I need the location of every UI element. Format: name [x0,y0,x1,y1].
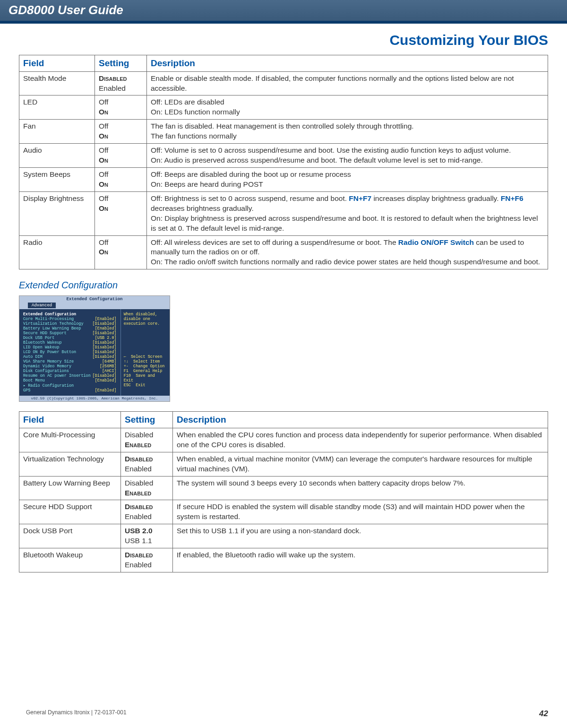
table-row: Virtualization TechnologyDisabledEnabled… [19,452,548,476]
setting-alt: Off [99,98,108,106]
desc-line: decreases brightness gradually. [151,204,254,212]
cell-desc: If enabled, the Bluetooth radio will wak… [173,548,548,572]
keystroke: FN+F6 [501,194,524,202]
bios-help-text: When disabled, disable one execution cor… [124,312,167,326]
cell-desc: When enabled the CPU cores function and … [173,428,548,452]
setting-bold: On [99,204,108,212]
bios-nav-item: ↑↓ Select Item [124,359,167,364]
th-setting: Setting [121,412,173,428]
cell-field: Virtualization Technology [19,452,121,476]
th-setting: Setting [95,55,147,72]
cell-field: Battery Low Warning Beep [19,476,121,500]
setting-alt: Off [99,170,108,178]
cell-desc: Set this to USB 1.1 if you are using a n… [173,524,548,548]
keystroke: FN+F7 [349,194,371,202]
bios-item: Boot Menu[Enabled] [23,378,117,383]
setting-alt: Off [99,238,108,246]
table-row: Stealth Mode DisabledEnabled Enable or d… [19,71,548,95]
cell-field: Stealth Mode [19,71,95,95]
setting-bold: On [99,156,108,164]
cell-field: Dock USB Port [19,524,121,548]
cell-setting: OffOn [95,120,147,144]
cell-desc: When enabled, a virtual machine monitor … [173,452,548,476]
desc-line: Off: LEDs are disabled [151,98,224,106]
bios-nav-item: F10 Save and Exit [124,373,167,383]
cell-setting: DisabledEnabled [121,500,173,524]
th-desc: Desription [147,55,548,72]
cell-field: Core Multi-Processing [19,428,121,452]
cell-field: Display Brightness [19,191,95,235]
cell-field: Secure HDD Support [19,500,121,524]
page-number: 42 [539,709,548,719]
bios-tabbar: Advanced [19,303,170,309]
subheading: Extended Configuration [19,280,548,291]
setting-bold: On [99,132,108,140]
table-row: Core Multi-ProcessingDisabledEnabledWhen… [19,428,548,452]
bios-nav-item: +- Change Option [124,364,167,369]
header-bar: GD8000 User Guide [0,0,567,21]
cell-setting: USB 2.0USB 1.1 [121,524,173,548]
desc-line: increases display brightness gradually. [371,194,501,202]
bios-footer: v02.59 (C)Copyright 1985-2005, American … [19,396,170,401]
table-row: Secure HDD SupportDisabledEnabledIf secu… [19,500,548,524]
cell-setting: DisabledEnabled [121,452,173,476]
bios-item: VGA Share Memory Size[64MB] [23,359,117,364]
cell-desc: Off: Brightness is set to 0 across suspe… [147,191,548,235]
page-content: Field Setting Desription Stealth Mode Di… [0,55,567,572]
bios-item: Dock USB Port[USB 2.0] [23,336,117,340]
bios-item: Battery Low Warning Beep[Enabled] [23,326,117,331]
bios-nav-item: ← Select Screen [124,355,167,359]
header-rule [0,21,567,24]
stealth-table: Field Setting Desription Stealth Mode Di… [19,55,548,269]
cell-setting: OffOn [95,191,147,235]
desc-line: On: Display brightness is preserved acro… [151,214,538,232]
bios-item: Core Multi-Processing[Enabled] [23,317,117,321]
cell-desc: Off: Volume is set to 0 across suspend/r… [147,144,548,168]
cell-setting: OffOn [95,95,147,120]
bios-item: Disk Configurations[AHCI] [23,369,117,373]
desc-line: On: Audio is preserved across suspend/re… [151,156,483,164]
cell-field: Radio [19,235,95,269]
cell-setting: OffOn [95,168,147,192]
desc-line: Off: Beeps are disabled during the boot … [151,170,351,178]
cell-field: System Beeps [19,168,95,192]
setting-alt: Off [99,122,108,130]
setting-bold: Disabled [99,74,127,82]
bios-item: Auto DIM[Disabled] [23,355,117,359]
footer-left: General Dynamics Itronix | 72-0137-001 [26,709,127,719]
table-row: Audio OffOn Off: Volume is set to 0 acro… [19,144,548,168]
desc-line: Off: Volume is set to 0 across suspend/r… [151,146,511,154]
th-desc: Description [173,412,548,428]
cell-desc: The system will sound 3 beeps every 10 s… [173,476,548,500]
setting-alt: Off [99,194,108,202]
bios-title: Extended Configuration [19,296,170,303]
th-field: Field [19,412,121,428]
bios-nav-item: ESC Exit [124,383,167,388]
bios-nav-item: F1 General Help [124,369,167,373]
table-row: Display Brightness OffOn Off: Brightness… [19,191,548,235]
table-row: Dock USB PortUSB 2.0USB 1.1Set this to U… [19,524,548,548]
cell-desc: If secure HDD is enabled the system will… [173,500,548,524]
bios-left-pane: Extended Configuration Core Multi-Proces… [19,309,120,396]
cell-field: Bluetooth Wakeup [19,548,121,572]
table-row: LED OffOn Off: LEDs are disabledOn: LEDs… [19,95,548,120]
table-row: Bluetooth WakeupDisabledEnabledIf enable… [19,548,548,572]
table-row: Fan OffOn The fan is disabled. Heat mana… [19,120,548,144]
th-field: Field [19,55,95,72]
bios-item: Dynamic Video Memory[256MB] [23,364,117,369]
setting-bold: On [99,248,108,256]
cell-setting: OffOn [95,144,147,168]
desc-line: Off: Brightness is set to 0 across suspe… [151,194,349,202]
cell-desc: Off: Beeps are disabled during the boot … [147,168,548,192]
bios-item: GPS[Enabled] [23,388,117,393]
bios-item: ▸ Radio Configuration [23,383,117,388]
bios-item: Virtualization Technology[Disabled] [23,321,117,326]
cell-setting: DisabledEnabled [121,428,173,452]
table-row: Battery Low Warning BeepDisabledEnabledT… [19,476,548,500]
bios-screenshot: Extended Configuration Advanced Extended… [19,295,170,402]
desc-line: On: Beeps are heard during POST [151,180,263,188]
bios-item: LCD ON By Power Button[Disabled] [23,350,117,355]
cell-desc: The fan is disabled. Heat management is … [147,120,548,144]
bios-heading: Extended Configuration [23,312,117,317]
bios-tab-advanced: Advanced [28,303,56,308]
